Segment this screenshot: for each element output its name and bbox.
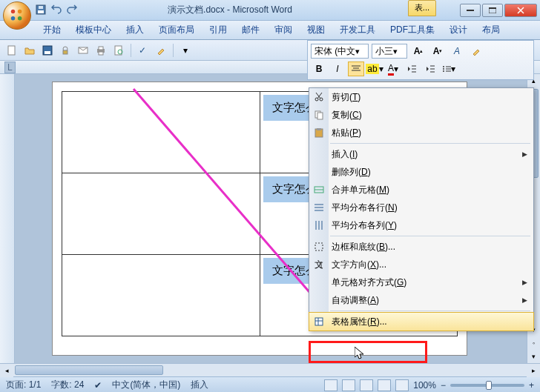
- italic-icon[interactable]: I: [329, 62, 346, 76]
- tab-home[interactable]: 开始: [36, 21, 68, 39]
- menu-item-label: 粘贴(P): [332, 127, 361, 139]
- font-size-value: 小三: [375, 45, 393, 58]
- font-select[interactable]: 宋体 (中文 ▾: [311, 44, 369, 59]
- svg-rect-54: [315, 318, 323, 325]
- styles-icon[interactable]: A: [449, 44, 465, 59]
- merge-icon: [312, 183, 326, 196]
- fullscreen-view-icon[interactable]: [342, 379, 355, 391]
- tab-pdf[interactable]: PDF工具集: [383, 21, 442, 39]
- brush-icon[interactable]: [154, 43, 168, 58]
- grow-font-icon[interactable]: A▴: [410, 44, 427, 59]
- dropdown-icon[interactable]: ▾: [178, 43, 193, 58]
- align-center-icon[interactable]: [348, 62, 364, 76]
- scroll-thumb-h[interactable]: [15, 365, 163, 375]
- open-icon[interactable]: [22, 43, 37, 58]
- menu-item[interactable]: 删除列(D): [309, 163, 533, 181]
- tab-layout[interactable]: 布局: [475, 21, 507, 39]
- table-cell[interactable]: [62, 173, 260, 255]
- increase-indent-icon[interactable]: [422, 62, 438, 76]
- status-spellcheck-icon[interactable]: ✔: [94, 380, 102, 391]
- tab-references[interactable]: 引用: [202, 21, 234, 39]
- format-painter-icon[interactable]: [468, 44, 484, 59]
- status-language[interactable]: 中文(简体，中国): [112, 379, 180, 391]
- zoom-level[interactable]: 100%: [413, 380, 436, 391]
- menu-item-label: 平均分布各行(N): [332, 202, 398, 214]
- save-icon[interactable]: [40, 43, 55, 58]
- minimize-button[interactable]: [460, 4, 481, 17]
- menu-item[interactable]: 剪切(T): [309, 88, 533, 106]
- horizontal-scrollbar[interactable]: ◂ ▸: [0, 363, 540, 376]
- menu-item[interactable]: 合并单元格(M): [309, 181, 533, 199]
- web-view-icon[interactable]: [360, 379, 373, 391]
- submenu-arrow-icon: ▶: [522, 150, 527, 158]
- svg-point-31: [443, 66, 444, 67]
- tab-mailings[interactable]: 邮件: [234, 21, 267, 39]
- outline-view-icon[interactable]: [378, 379, 391, 391]
- menu-item-label: 插入(I): [332, 148, 358, 161]
- scroll-right-icon[interactable]: ▸: [527, 364, 540, 377]
- tab-review[interactable]: 审阅: [267, 21, 300, 39]
- tab-view[interactable]: 视图: [300, 21, 332, 39]
- tab-insert[interactable]: 插入: [119, 21, 151, 39]
- menu-item[interactable]: 平均分布各列(Y): [309, 216, 533, 234]
- mail-icon[interactable]: [76, 43, 90, 58]
- zoom-out-icon[interactable]: −: [441, 380, 446, 391]
- fontsize-select[interactable]: 小三 ▾: [372, 44, 407, 59]
- menu-item-label: 文字方向(X)...: [332, 259, 386, 271]
- zoom-thumb[interactable]: [486, 381, 492, 390]
- shrink-font-icon[interactable]: A▾: [429, 44, 446, 59]
- save-icon[interactable]: [34, 3, 47, 16]
- print-layout-view-icon[interactable]: [324, 379, 338, 391]
- tab-developer[interactable]: 开发工具: [332, 21, 383, 39]
- bold-icon[interactable]: B: [311, 62, 327, 76]
- bullets-icon[interactable]: ▾: [441, 62, 457, 76]
- svg-rect-18: [99, 52, 103, 55]
- tab-design[interactable]: 设计: [442, 21, 475, 39]
- undo-icon[interactable]: [50, 3, 63, 16]
- zoom-slider[interactable]: [450, 384, 524, 387]
- table-cell[interactable]: [62, 255, 260, 336]
- permission-icon[interactable]: [58, 43, 73, 58]
- menu-item[interactable]: 表格属性(R)...: [309, 313, 533, 330]
- scroll-left-icon[interactable]: ◂: [0, 364, 13, 377]
- status-page[interactable]: 页面: 1/1: [6, 379, 41, 391]
- svg-text:文: 文: [315, 259, 323, 270]
- menu-item[interactable]: 边框和底纹(B)...: [309, 238, 533, 256]
- office-button[interactable]: [3, 1, 31, 30]
- status-mode[interactable]: 插入: [191, 379, 208, 391]
- distcol-icon: [312, 219, 326, 232]
- tab-templates[interactable]: 模板中心: [68, 21, 119, 39]
- spellcheck-icon[interactable]: ✓: [136, 43, 151, 58]
- menu-item[interactable]: 粘贴(P): [309, 124, 533, 142]
- zoom-in-icon[interactable]: +: [529, 380, 534, 391]
- submenu-arrow-icon: ▶: [522, 279, 527, 286]
- font-color-icon[interactable]: A▾: [385, 62, 401, 76]
- separator: [173, 44, 174, 57]
- decrease-indent-icon[interactable]: [404, 62, 420, 76]
- draft-view-icon[interactable]: [395, 379, 409, 391]
- menu-item[interactable]: 自动调整(A)▶: [309, 291, 533, 309]
- next-page-icon[interactable]: ▾: [527, 350, 540, 363]
- menu-item[interactable]: 单元格对齐方式(G)▶: [309, 273, 533, 291]
- menu-item[interactable]: 复制(C): [309, 106, 533, 124]
- print-icon[interactable]: [93, 43, 108, 58]
- svg-point-0: [11, 10, 16, 14]
- prev-page-icon[interactable]: ◦: [527, 336, 540, 350]
- svg-rect-52: [315, 243, 323, 250]
- props-icon: [312, 315, 326, 328]
- menu-item[interactable]: 文文字方向(X)...: [309, 256, 533, 273]
- table-cell[interactable]: [62, 92, 260, 173]
- preview-icon[interactable]: [111, 43, 126, 58]
- status-words[interactable]: 字数: 24: [51, 379, 84, 391]
- close-button[interactable]: [504, 4, 537, 17]
- menu-item[interactable]: 插入(I)▶: [309, 145, 533, 163]
- new-icon[interactable]: [4, 43, 19, 58]
- highlight-icon[interactable]: ab▾: [366, 62, 383, 76]
- redo-icon[interactable]: [65, 3, 79, 16]
- maximize-button[interactable]: [482, 4, 503, 17]
- menu-item[interactable]: 平均分布各行(N): [309, 199, 533, 216]
- vertical-ruler[interactable]: [0, 74, 15, 363]
- menu-item-label: 复制(C): [332, 109, 362, 122]
- quick-access-toolbar: [34, 3, 79, 16]
- tab-pagelayout[interactable]: 页面布局: [151, 21, 202, 39]
